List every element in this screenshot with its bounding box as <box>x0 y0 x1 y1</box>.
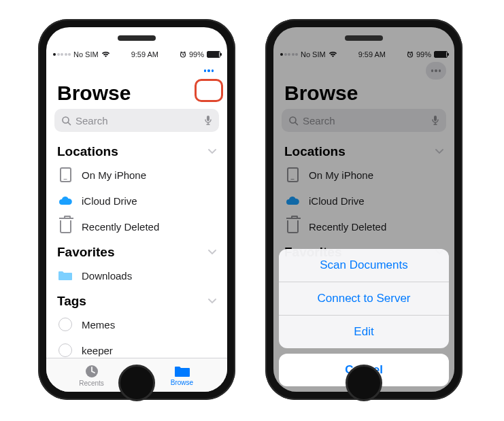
sheet-edit[interactable]: Edit <box>279 315 449 348</box>
search-icon <box>61 116 71 126</box>
location-icloud-drive[interactable]: iCloud Drive <box>46 188 227 214</box>
cloud-icon <box>57 192 73 209</box>
iphone-icon <box>57 167 73 183</box>
row-label: Memes <box>82 319 115 331</box>
home-button[interactable] <box>118 365 155 401</box>
locations-header-label: Locations <box>57 144 118 159</box>
phone-left: No SIM 9:59 AM 99% Browse Search <box>38 19 235 400</box>
page-title: Browse <box>46 82 227 109</box>
screen-left: No SIM 9:59 AM 99% Browse Search <box>46 27 227 392</box>
folder-icon <box>57 267 73 284</box>
phone-right: No SIM 9:59 AM 99% Browse Search <box>265 19 463 400</box>
tab-label: Browse <box>171 379 193 386</box>
chevron-down-icon <box>208 299 216 304</box>
screen-right: No SIM 9:59 AM 99% Browse Search <box>273 27 454 392</box>
battery-pct: 99% <box>189 50 204 58</box>
tag-item[interactable]: Memes <box>46 311 227 337</box>
favorite-downloads[interactable]: Downloads <box>46 263 227 288</box>
action-sheet-options: Scan Documents Connect to Server Edit <box>279 249 449 348</box>
status-time: 9:59 AM <box>131 50 158 58</box>
tag-circle-icon <box>57 316 73 333</box>
locations-header[interactable]: Locations <box>46 139 227 162</box>
svg-rect-2 <box>207 116 209 121</box>
cell-signal-icon <box>53 53 71 56</box>
more-button[interactable] <box>199 62 219 80</box>
ellipsis-icon <box>204 69 214 72</box>
row-label: iCloud Drive <box>82 195 137 207</box>
earpiece <box>345 35 383 41</box>
mic-icon[interactable] <box>204 115 212 126</box>
search-input[interactable]: Search <box>54 109 219 132</box>
location-recently-deleted[interactable]: Recently Deleted <box>46 214 227 239</box>
location-on-my-iphone[interactable]: On My iPhone <box>46 162 227 188</box>
tag-item[interactable]: keeper <box>46 337 227 358</box>
chevron-down-icon <box>208 149 216 154</box>
tags-header-label: Tags <box>57 294 86 309</box>
alarm-icon <box>180 51 186 58</box>
home-button[interactable] <box>346 365 382 401</box>
folder-icon <box>174 365 190 378</box>
chevron-down-icon <box>208 250 216 255</box>
row-label: Downloads <box>82 270 132 282</box>
tags-header[interactable]: Tags <box>46 288 227 311</box>
wifi-icon <box>101 51 110 58</box>
tag-circle-icon <box>57 342 73 358</box>
battery-icon <box>207 51 220 58</box>
sheet-connect-server[interactable]: Connect to Server <box>279 282 449 315</box>
trash-icon <box>57 218 73 235</box>
earpiece <box>118 35 156 41</box>
sheet-scan-documents[interactable]: Scan Documents <box>279 249 449 282</box>
favorites-header-label: Favorites <box>57 245 114 260</box>
row-label: Recently Deleted <box>82 221 159 233</box>
row-label: On My iPhone <box>82 169 146 181</box>
clock-icon <box>84 364 99 379</box>
tab-label: Recents <box>79 380 104 387</box>
favorites-header[interactable]: Favorites <box>46 239 227 263</box>
comparison-stage: No SIM 9:59 AM 99% Browse Search <box>0 0 504 419</box>
status-bar: No SIM 9:59 AM 99% <box>46 27 227 63</box>
content-scroll[interactable]: Locations On My iPhone iCloud Drive Rece… <box>46 139 227 358</box>
row-label: keeper <box>82 345 113 356</box>
search-placeholder: Search <box>75 115 108 127</box>
carrier-label: No SIM <box>73 50 99 58</box>
